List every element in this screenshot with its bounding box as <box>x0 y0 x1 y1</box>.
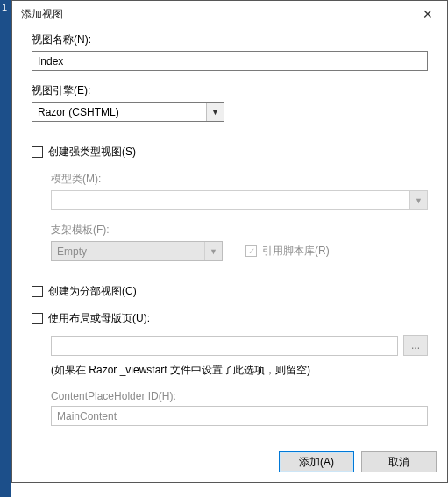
view-engine-label: 视图引擎(E): <box>32 83 428 98</box>
ellipsis-icon: ... <box>411 339 420 351</box>
layout-path-input <box>51 336 398 356</box>
close-button[interactable]: ✕ <box>409 1 447 27</box>
scaffold-select: Empty ▼ <box>51 241 223 261</box>
chevron-down-icon: ▼ <box>206 103 224 121</box>
close-icon: ✕ <box>423 7 433 21</box>
scaffold-value: Empty <box>52 245 204 258</box>
partial-label: 创建为分部视图(C) <box>48 284 137 299</box>
checkbox-icon <box>32 286 43 297</box>
browse-button: ... <box>403 335 428 356</box>
chevron-down-icon: ▼ <box>204 242 222 260</box>
titlebar: 添加视图 ✕ <box>12 1 447 27</box>
scaffold-label: 支架模板(F): <box>51 223 428 238</box>
use-layout-checkbox[interactable]: 使用布局或母版页(U): <box>32 311 428 326</box>
add-view-dialog: 添加视图 ✕ 视图名称(N): 视图引擎(E): Razor (CSHTML) … <box>11 0 448 483</box>
cancel-button[interactable]: 取消 <box>361 451 437 472</box>
layout-hint: (如果在 Razor _viewstart 文件中设置了此选项，则留空) <box>51 363 428 378</box>
chevron-down-icon: ▼ <box>409 191 427 209</box>
gutter-number: 1 <box>0 0 11 14</box>
partial-checkbox[interactable]: 创建为分部视图(C) <box>32 284 428 299</box>
checkbox-icon <box>32 313 43 324</box>
cph-id-label: ContentPlaceHolder ID(H): <box>51 390 428 402</box>
model-class-select: ▼ <box>51 190 428 210</box>
view-name-label: 视图名称(N): <box>32 32 428 47</box>
dialog-footer: 添加(A) 取消 <box>12 442 447 482</box>
use-layout-label: 使用布局或母版页(U): <box>48 311 150 326</box>
create-strong-checkbox[interactable]: 创建强类型视图(S) <box>32 145 428 160</box>
model-class-label: 模型类(M): <box>51 172 428 187</box>
view-engine-select[interactable]: Razor (CSHTML) ▼ <box>32 102 224 122</box>
checkbox-icon <box>32 146 43 158</box>
ide-gutter: 1 <box>0 0 11 497</box>
ref-scripts-label: 引用脚本库(R) <box>262 244 330 259</box>
view-engine-value: Razor (CSHTML) <box>32 106 206 118</box>
cph-id-input <box>51 406 428 426</box>
view-name-input[interactable] <box>32 51 428 71</box>
create-strong-label: 创建强类型视图(S) <box>48 145 136 160</box>
dialog-title: 添加视图 <box>21 7 409 22</box>
checkbox-icon: ✓ <box>245 245 257 257</box>
add-button[interactable]: 添加(A) <box>279 451 354 472</box>
ref-scripts-checkbox: ✓ 引用脚本库(R) <box>245 244 330 259</box>
